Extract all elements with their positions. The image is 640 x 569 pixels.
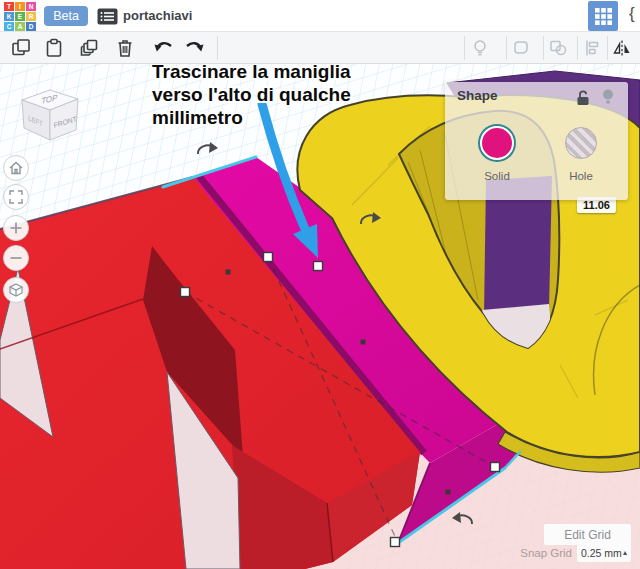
mirror-button[interactable] (609, 35, 635, 61)
snap-grid-value: 0.25 mm (581, 547, 622, 559)
fit-view-icon (8, 189, 24, 205)
show-hide-icon[interactable] (601, 88, 615, 110)
logo-letter: I (15, 2, 25, 11)
panel-title: Shape (457, 88, 498, 103)
solid-label: Solid (467, 170, 527, 182)
shape-inspector-panel: Shape Solid Hole (445, 82, 628, 200)
annotation-line: verso l'alto di qualche (152, 83, 351, 106)
toolbar-separator (506, 36, 507, 60)
grid-icon (595, 8, 612, 25)
home-view-button[interactable] (3, 155, 29, 181)
minus-icon (9, 251, 23, 265)
beta-badge: Beta (44, 6, 88, 26)
mirror-icon (611, 37, 633, 59)
zoom-in-button[interactable] (3, 215, 29, 241)
snap-grid-label: Snap Grid (500, 547, 572, 559)
perspective-toggle-button[interactable] (3, 277, 29, 303)
duplicate-icon (78, 37, 100, 59)
toolbar-separator (217, 36, 218, 60)
solid-option[interactable] (480, 126, 514, 160)
logo-letter: R (26, 12, 36, 21)
scale-handle[interactable] (391, 538, 400, 547)
tutorial-annotation: Trascinare la maniglia verso l'alto di q… (152, 60, 351, 129)
perspective-cube-icon (8, 282, 24, 298)
scale-handle[interactable] (491, 463, 500, 472)
hole-label: Hole (551, 170, 611, 182)
dropdown-arrow-icon: ▴ (623, 548, 627, 557)
logo-letter: D (26, 22, 36, 31)
duplicate-button[interactable] (76, 35, 102, 61)
trash-icon (114, 37, 136, 59)
logo-letter: E (15, 12, 25, 21)
unlock-icon[interactable] (576, 90, 591, 110)
workplane-icon (510, 37, 532, 59)
redo-icon (182, 37, 206, 59)
logo-letter: N (26, 2, 36, 11)
copy-icon (10, 37, 32, 59)
zoom-out-button[interactable] (3, 245, 29, 271)
logo-letter: A (15, 22, 25, 31)
logo-letter: K (4, 12, 14, 21)
undo-icon (152, 37, 176, 59)
delete-button[interactable] (112, 35, 138, 61)
undo-button[interactable] (151, 35, 177, 61)
group-button[interactable] (545, 35, 571, 61)
hole-option[interactable] (565, 127, 597, 159)
edit-toolbar (0, 32, 640, 64)
toolbar-separator (577, 36, 578, 60)
logo-letter: T (4, 2, 14, 11)
redo-button[interactable] (181, 35, 207, 61)
tinkercad-window: T I N K E R C A D Beta portachiavi { (0, 0, 640, 569)
lightbulb-icon (469, 37, 491, 59)
brace-glyph: { (629, 4, 635, 24)
annotation-line: millimetro (152, 106, 351, 129)
document-title[interactable]: portachiavi (123, 8, 192, 23)
toolbar-separator (607, 36, 608, 60)
scale-handle[interactable] (264, 253, 273, 262)
top-bar: T I N K E R C A D Beta portachiavi { (0, 0, 640, 32)
snap-grid-dropdown[interactable]: 0.25 mm ▴ (577, 543, 631, 562)
document-list-icon[interactable] (97, 8, 118, 29)
dashboard-grid-button[interactable] (588, 1, 618, 31)
group-icon (547, 37, 569, 59)
tinkercad-logo[interactable]: T I N K E R C A D (4, 2, 38, 31)
align-button[interactable] (579, 35, 605, 61)
edit-grid-button[interactable]: Edit Grid (544, 524, 631, 545)
scale-handle[interactable] (181, 288, 190, 297)
view-cube[interactable]: TOP LEFT FRONT (14, 84, 90, 156)
align-icon (581, 37, 603, 59)
light-toggle-button[interactable] (467, 35, 493, 61)
copy-button[interactable] (8, 35, 34, 61)
workplane-button[interactable] (508, 35, 534, 61)
plus-icon (9, 221, 23, 235)
paste-button[interactable] (41, 35, 67, 61)
toolbar-separator (543, 36, 544, 60)
paste-icon (43, 37, 65, 59)
logo-letter: C (4, 22, 14, 31)
home-icon (8, 160, 24, 176)
scale-handle[interactable] (314, 262, 323, 271)
fit-view-button[interactable] (3, 184, 29, 210)
toolbar-separator (464, 36, 465, 60)
